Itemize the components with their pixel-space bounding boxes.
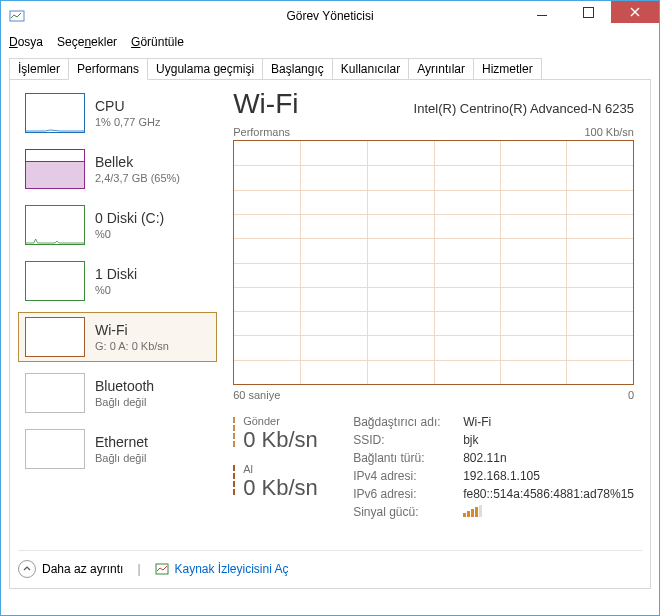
sidebar-mem-sub: 2,4/3,7 GB (65%) <box>95 172 180 184</box>
open-resource-monitor-link[interactable]: Kaynak İzleyicisini Aç <box>155 562 289 576</box>
sidebar-eth-title: Ethernet <box>95 434 148 450</box>
menu-options[interactable]: Seçenekler <box>57 35 117 49</box>
window-controls <box>519 1 659 23</box>
recv-rate-block: Al 0 Kb/sn <box>233 463 353 501</box>
adapter-name: Intel(R) Centrino(R) Advanced-N 6235 <box>414 101 634 116</box>
prop-conn-v: 802.11n <box>463 451 506 469</box>
recv-rate-label: Al <box>233 463 353 475</box>
tab-services[interactable]: Hizmetler <box>473 58 542 80</box>
svg-rect-0 <box>10 11 24 21</box>
window-title: Görev Yöneticisi <box>286 9 373 23</box>
send-rate-value: 0 Kb/sn <box>233 427 353 453</box>
app-icon <box>9 8 25 24</box>
send-rate-block: Gönder 0 Kb/sn <box>233 415 353 453</box>
sidebar-disk1-sub: %0 <box>95 284 137 296</box>
throughput-chart <box>233 140 634 385</box>
tab-details[interactable]: Ayrıntılar <box>408 58 474 80</box>
sidebar-bt-title: Bluetooth <box>95 378 154 394</box>
sidebar-wifi-sub: G: 0 A: 0 Kb/sn <box>95 340 169 352</box>
cpu-thumb-icon <box>25 93 85 133</box>
prop-ipv6-k: IPv6 adresi: <box>353 487 463 505</box>
menu-bar: Dosya Seçenekler Görüntüle <box>1 31 659 53</box>
resmon-label: Kaynak İzleyicisini Aç <box>175 562 289 576</box>
sidebar-cpu-sub: 1% 0,77 GHz <box>95 116 160 128</box>
tab-app-history[interactable]: Uygulama geçmişi <box>147 58 263 80</box>
bluetooth-thumb-icon <box>25 373 85 413</box>
footer-divider: | <box>137 562 140 576</box>
sidebar-item-memory[interactable]: Bellek 2,4/3,7 GB (65%) <box>18 144 217 194</box>
sidebar-disk0-title: 0 Diski (C:) <box>95 210 164 226</box>
ethernet-thumb-icon <box>25 429 85 469</box>
sidebar-item-disk0[interactable]: 0 Diski (C:) %0 <box>18 200 217 250</box>
sidebar-mem-title: Bellek <box>95 154 180 170</box>
sidebar-disk0-sub: %0 <box>95 228 164 240</box>
tab-users[interactable]: Kullanıcılar <box>332 58 409 80</box>
tab-startup[interactable]: Başlangıç <box>262 58 333 80</box>
page-title: Wi-Fi <box>233 88 298 120</box>
wifi-thumb-icon <box>25 317 85 357</box>
prop-ipv4-k: IPv4 adresi: <box>353 469 463 487</box>
prop-ipv6-v: fe80::514a:4586:4881:ad78%15 <box>463 487 634 505</box>
tab-bar: İşlemler Performans Uygulama geçmişi Baş… <box>1 53 659 79</box>
sidebar-item-wifi[interactable]: Wi-Fi G: 0 A: 0 Kb/sn <box>18 312 217 362</box>
prop-ssid-k: SSID: <box>353 433 463 451</box>
close-button[interactable] <box>611 1 659 23</box>
sidebar-item-ethernet[interactable]: Ethernet Bağlı değil <box>18 424 217 474</box>
prop-signal-k: Sinyal gücü: <box>353 505 463 523</box>
recv-rate-value: 0 Kb/sn <box>233 475 353 501</box>
sidebar-wifi-title: Wi-Fi <box>95 322 169 338</box>
footer-bar: Daha az ayrıntı | Kaynak İzleyicisini Aç <box>18 550 642 580</box>
resource-monitor-icon <box>155 562 169 576</box>
properties-list: Bağdaştırıcı adı:Wi-Fi SSID:bjk Bağlantı… <box>353 415 634 523</box>
sidebar-bt-sub: Bağlı değil <box>95 396 154 408</box>
prop-adapter-k: Bağdaştırıcı adı: <box>353 415 463 433</box>
maximize-button[interactable] <box>565 1 611 23</box>
prop-ipv4-v: 192.168.1.105 <box>463 469 540 487</box>
prop-ssid-v: bjk <box>463 433 478 451</box>
fewer-details-button[interactable]: Daha az ayrıntı <box>18 560 123 578</box>
disk1-thumb-icon <box>25 261 85 301</box>
prop-conn-k: Bağlantı türü: <box>353 451 463 469</box>
sidebar-disk1-title: 1 Diski <box>95 266 137 282</box>
chart-label-top-left: Performans <box>233 126 290 138</box>
minimize-button[interactable] <box>519 1 565 23</box>
chart-label-bottom-right: 0 <box>628 389 634 401</box>
sidebar-item-disk1[interactable]: 1 Diski %0 <box>18 256 217 306</box>
sidebar-cpu-title: CPU <box>95 98 160 114</box>
chart-label-top-right: 100 Kb/sn <box>584 126 634 138</box>
sidebar-item-bluetooth[interactable]: Bluetooth Bağlı değil <box>18 368 217 418</box>
tab-processes[interactable]: İşlemler <box>9 58 69 80</box>
prop-adapter-v: Wi-Fi <box>463 415 491 433</box>
sidebar-eth-sub: Bağlı değil <box>95 452 148 464</box>
title-bar: Görev Yöneticisi <box>1 1 659 31</box>
menu-file[interactable]: Dosya <box>9 35 43 49</box>
disk0-thumb-icon <box>25 205 85 245</box>
performance-panel: CPU 1% 0,77 GHz Bellek 2,4/3,7 GB (65%) … <box>9 79 651 589</box>
menu-view[interactable]: Görüntüle <box>131 35 184 49</box>
fewer-details-label: Daha az ayrıntı <box>42 562 123 576</box>
sidebar-item-cpu[interactable]: CPU 1% 0,77 GHz <box>18 88 217 138</box>
signal-strength-icon <box>463 505 482 517</box>
tab-performance[interactable]: Performans <box>68 58 148 80</box>
chart-label-bottom-left: 60 saniye <box>233 389 280 401</box>
sidebar: CPU 1% 0,77 GHz Bellek 2,4/3,7 GB (65%) … <box>18 88 217 580</box>
chevron-up-icon <box>18 560 36 578</box>
send-rate-label: Gönder <box>233 415 353 427</box>
main-pane: Wi-Fi Intel(R) Centrino(R) Advanced-N 62… <box>217 88 642 580</box>
memory-thumb-icon <box>25 149 85 189</box>
